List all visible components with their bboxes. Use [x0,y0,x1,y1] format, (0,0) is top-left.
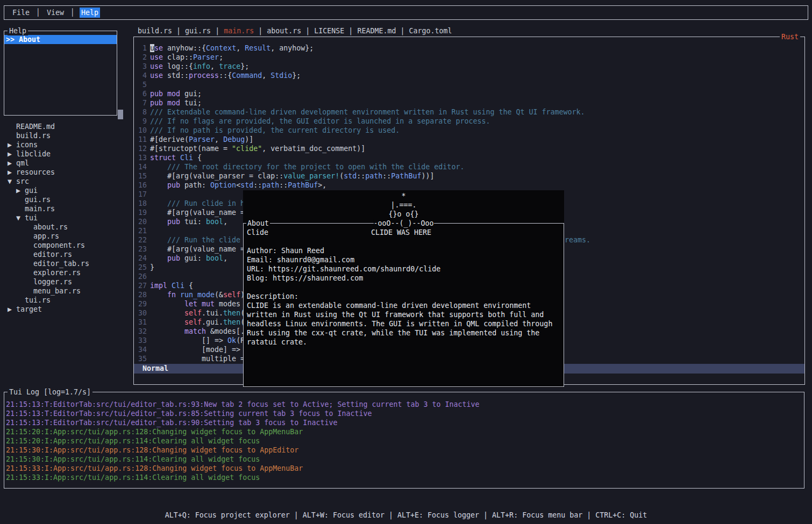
code-line-1: 1use anyhow::{Context, Result, anyhow}; [136,44,804,53]
code-line-15: 15 #[arg(value_parser = clap::value_pars… [136,171,804,181]
code-line-4: 4use std::process::{Command, Stdio}; [136,71,804,80]
menu-item-help[interactable]: Help [80,8,100,18]
line-number: 34 [136,345,147,354]
tree-item-about.rs[interactable]: about.rs [8,222,89,232]
tree-item-menu_bar.rs[interactable]: menu_bar.rs [8,286,89,296]
tab-separator: | [254,27,267,35]
file-explorer: README.md build.rs▶ icons▶ libclide▶ qml… [8,122,89,314]
folder-collapsed-icon[interactable]: ▶ [16,186,20,195]
line-number: 28 [136,290,147,299]
editor-mode: Normal [143,364,168,372]
folder-expanded-icon[interactable]: ▼ [8,177,12,185]
tree-item-label: app.rs [33,232,59,240]
tree-item-gui.rs[interactable]: gui.rs [8,195,89,204]
editor-tab-gui.rs[interactable]: gui.rs [185,27,211,35]
tree-item-label: README.md [16,123,55,131]
editor-tab-Cargo.toml[interactable]: Cargo.toml [409,27,452,35]
editor-tab-main.rs[interactable]: main.rs [224,27,254,35]
folder-collapsed-icon[interactable]: ▶ [8,305,12,313]
tree-item-editor_tab.rs[interactable]: editor_tab.rs [8,259,89,268]
log-panel[interactable]: Tui Log [log=1.7/s] 21:15:13:T:EditorTab… [4,392,804,489]
footer-help: ALT+Q: Focus project explorer | ALT+W: F… [0,492,812,524]
line-number: 13 [136,153,147,162]
tree-item-component.rs[interactable]: component.rs [8,241,89,250]
tree-item-tui[interactable]: ▼ tui [8,213,89,222]
tree-item-icons[interactable]: ▶ icons [8,140,89,149]
menu-bar: File│View│Help [4,5,808,20]
menu-item-file[interactable]: File [11,8,31,18]
about-description-line: Rust using the cxx-qt crate, while the T… [247,328,564,338]
line-number: 19 [136,208,147,217]
about-description-line: CLIDE is an extendable command-line driv… [247,301,564,310]
tree-item-label: tui [25,214,38,222]
folder-collapsed-icon[interactable]: ▶ [8,150,12,158]
line-number: 16 [136,181,147,190]
scrollbar-thumb[interactable] [118,110,123,119]
tab-separator: | [396,27,409,35]
tree-item-label: target [16,305,42,313]
code-line-2: 2use clap::Parser; [136,53,804,62]
tree-item-label: tui.rs [25,296,51,304]
tree-item-main.rs[interactable]: main.rs [8,204,89,213]
tree-item-logger.rs[interactable]: logger.rs [8,277,89,286]
line-number: 29 [136,299,147,308]
tree-item-src[interactable]: ▼ src [8,177,89,186]
tree-item-label: libclide [16,150,51,158]
log-line: 21:15:13:T:EditorTab:src/tui/editor_tab.… [6,418,804,427]
clide-tui-app: File│View│Help Help >> About README.md b… [0,0,812,524]
tree-item-explorer.rs[interactable]: explorer.rs [8,268,89,277]
about-description-line: headless Linux environments. The GUI is … [247,319,564,328]
log-line: 21:15:30:I:App:src/tui/app.rs:128:Changi… [6,446,804,455]
line-number: 8 [136,107,147,117]
tree-item-README.md[interactable]: README.md [8,122,89,131]
tree-item-editor.rs[interactable]: editor.rs [8,250,89,259]
line-number: 23 [136,245,147,254]
line-number: 27 [136,281,147,290]
tree-item-build.rs[interactable]: build.rs [8,131,89,140]
tree-item-app.rs[interactable]: app.rs [8,232,89,241]
line-number: 4 [136,71,147,80]
log-line: 21:15:33:I:App:src/tui/app.rs:114:Cleari… [6,473,804,482]
editor-tab-about.rs[interactable]: about.rs [267,27,301,35]
editor-tab-README.md[interactable]: README.md [357,27,396,35]
tree-item-libclide[interactable]: ▶ libclide [8,149,89,159]
about-tagline: CLIDE WAS HERE [371,228,431,237]
about-header-row: ClideCLIDE WAS HERE [247,228,564,237]
menu-separator: │ [36,8,40,17]
log-line: 21:15:30:I:App:src/tui/app.rs:114:Cleari… [6,455,804,464]
code-line-11: 11#[derive(Parser, Debug)] [136,135,804,144]
log-line: 21:15:20:I:App:src/tui/app.rs:114:Cleari… [6,436,804,446]
tree-item-resources[interactable]: ▶ resources [8,168,89,177]
code-line-7: 7pub mod tui; [136,98,804,107]
folder-collapsed-icon[interactable]: ▶ [8,168,12,176]
tree-item-qml[interactable]: ▶ qml [8,159,89,168]
line-number: 14 [136,162,147,171]
menu-item-view[interactable]: View [45,8,66,18]
code-line-9: 9/// If no flags are provided, the GUI e… [136,117,804,126]
editor-tab-bar: build.rs | gui.rs | main.rs | about.rs |… [138,26,452,35]
line-number: 10 [136,126,147,135]
folder-collapsed-icon[interactable]: ▶ [8,159,12,167]
code-line-6: 6pub mod gui; [136,89,804,98]
line-number: 25 [136,263,147,272]
folder-collapsed-icon[interactable]: ▶ [8,141,12,149]
line-number: 2 [136,53,147,62]
tree-item-target[interactable]: ▶ target [8,305,89,314]
tab-separator: | [211,27,224,35]
tree-item-label: src [16,177,29,185]
editor-tab-build.rs[interactable]: build.rs [138,27,172,35]
log-panel-title: Tui Log [log=1.7/s] [8,387,92,397]
tree-item-label: logger.rs [33,278,72,286]
folder-expanded-icon[interactable]: ▼ [16,214,20,222]
dropdown-item-about[interactable]: >> About [4,35,117,44]
line-number: 33 [136,336,147,345]
about-dialog: *|.===.{}o o{} About -ooO--(_)--Ooo Clid… [243,190,564,387]
tree-item-gui[interactable]: ▶ gui [8,186,89,195]
about-dialog-title: About [246,219,270,228]
tree-item-label: build.rs [16,132,51,140]
about-ascii-art-border: -ooO--(_)--Ooo [373,219,433,228]
tree-item-tui.rs[interactable]: tui.rs [8,296,89,305]
about-dialog-box: About -ooO--(_)--Ooo ClideCLIDE WAS HERE… [243,223,564,387]
editor-tab-LICENSE[interactable]: LICENSE [314,27,344,35]
tree-item-label: main.rs [25,205,55,213]
